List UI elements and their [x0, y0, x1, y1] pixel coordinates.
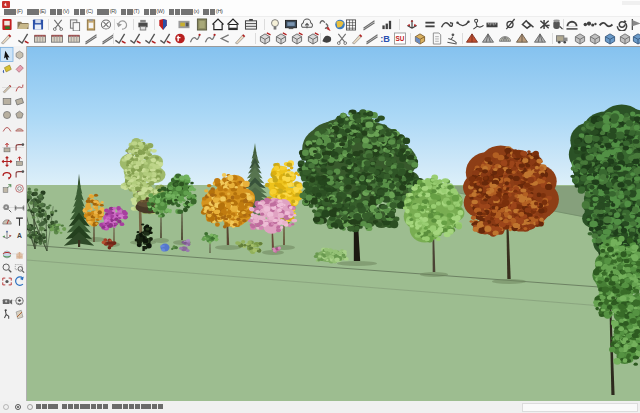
svg-text:A: A	[17, 232, 22, 239]
svg-text:SU: SU	[396, 35, 405, 42]
svg-text::B: :B	[380, 34, 390, 44]
